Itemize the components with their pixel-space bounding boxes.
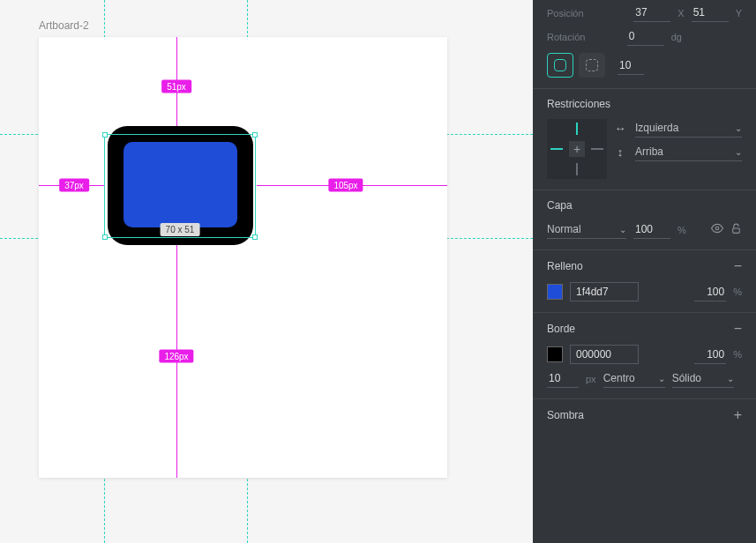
svg-point-0 [715,227,719,230]
constraint-v-value: Arriba [635,145,663,158]
constraint-h-select[interactable]: Izquierda ⌄ [635,119,742,138]
measure-label-bottom: 126px [159,350,193,363]
border-style-select[interactable]: Sólido ⌄ [672,369,734,388]
measure-label-top: 51px [161,80,191,93]
border-color-swatch[interactable] [547,346,563,362]
selection-handle-ne[interactable] [252,132,258,138]
section-transform: Posición X Y Rotación dg [533,0,756,89]
lock-toggle-icon[interactable] [730,223,742,237]
measure-label-right: 105px [328,179,363,192]
section-shadow: Sombra + [533,399,756,433]
chevron-down-icon: ⌄ [727,374,734,383]
position-x-input[interactable] [633,4,670,22]
constraint-edge-left[interactable] [550,148,563,150]
artboard-label[interactable]: Artboard-2 [39,19,89,32]
constraint-edge-top[interactable] [576,123,578,135]
border-position-select[interactable]: Centro ⌄ [603,369,665,388]
chevron-down-icon: ⌄ [735,147,742,157]
measure-label-left: 37px [59,179,89,192]
corner-radius-input[interactable] [618,56,644,75]
fill-hex-input[interactable] [570,282,639,301]
border-width-input[interactable] [547,369,579,388]
border-opacity-input[interactable] [694,346,726,364]
layer-opacity-input[interactable] [633,220,670,239]
fill-opacity-input[interactable] [694,283,726,301]
shadow-label: Sombra [547,409,584,421]
rotation-label: Rotación [547,32,585,42]
corner-radius-individual-button[interactable] [579,53,605,78]
selection-handle-nw[interactable] [102,132,108,138]
section-constraints: Restricciones + ↔ Izquierda ⌄ ↕ [533,89,756,190]
border-opacity-unit: % [733,349,742,360]
border-position-value: Centro [603,372,635,384]
constraint-h-value: Izquierda [635,122,678,134]
vertical-arrows-icon: ↕ [614,145,626,159]
horizontal-arrows-icon: ↔ [614,122,626,135]
y-label: Y [736,8,742,19]
fill-color-swatch[interactable] [547,284,563,300]
svg-rect-1 [733,227,740,232]
border-label: Borde [547,323,575,335]
selection-handle-sw[interactable] [102,234,108,240]
visibility-toggle-icon[interactable] [711,222,723,237]
opacity-unit: % [677,225,686,235]
canvas-area[interactable]: Artboard-2 51px 37px 105px 126px 70 x 51 [0,0,533,543]
constraints-widget[interactable]: + [547,119,607,179]
section-layer: Capa Normal ⌄ % [533,190,756,250]
dimensions-label: 70 x 51 [161,223,200,236]
constraints-label: Restricciones [547,98,610,110]
constraint-v-select[interactable]: Arriba ⌄ [635,143,742,161]
chevron-down-icon: ⌄ [735,123,742,133]
selection-handle-se[interactable] [252,234,258,240]
remove-fill-button[interactable]: − [734,259,742,273]
chevron-down-icon: ⌄ [619,225,626,234]
rotation-input[interactable] [627,27,664,46]
constraint-edge-right[interactable] [591,148,603,150]
fill-label: Relleno [547,260,583,272]
x-label: X [677,8,684,19]
constraint-center[interactable]: + [569,141,585,157]
blend-mode-select[interactable]: Normal ⌄ [547,220,626,239]
position-y-input[interactable] [692,4,729,22]
border-width-unit: px [586,374,596,384]
section-border: Borde − % px Centro ⌄ Sólido ⌄ [533,313,756,399]
artboard[interactable]: 51px 37px 105px 126px 70 x 51 [39,37,447,478]
border-style-value: Sólido [672,372,701,384]
add-shadow-button[interactable]: + [734,408,742,422]
border-hex-input[interactable] [570,345,639,364]
selection-outline[interactable]: 70 x 51 [104,134,256,238]
constraint-edge-bottom[interactable] [576,163,578,175]
layer-label: Capa [547,199,573,212]
properties-panel: Posición X Y Rotación dg Restricciones [533,0,756,543]
remove-border-button[interactable]: − [734,322,742,336]
section-fill: Relleno − % [533,250,756,313]
corner-radius-uniform-button[interactable] [547,53,573,78]
blend-mode-value: Normal [547,223,581,235]
fill-opacity-unit: % [733,286,742,297]
rotation-unit: dg [671,32,682,42]
position-label: Posición [547,8,584,19]
chevron-down-icon: ⌄ [658,374,665,383]
